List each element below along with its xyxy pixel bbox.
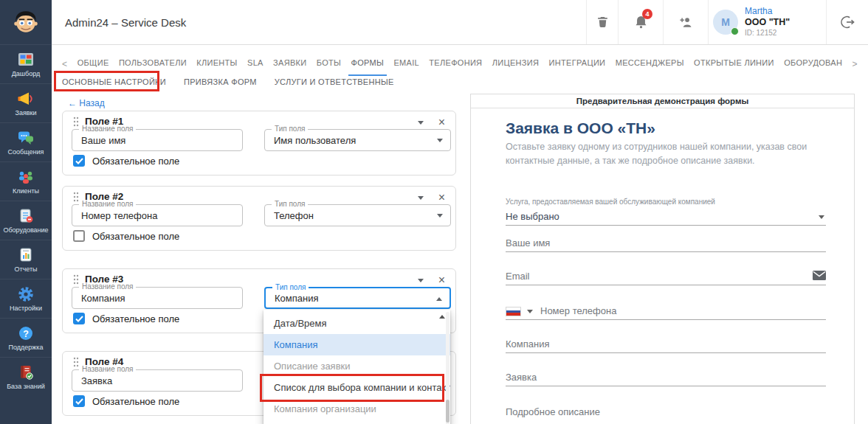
dropdown-option-company-selected[interactable]: Компания — [264, 334, 450, 355]
check-icon — [75, 316, 83, 322]
tab-tickets[interactable]: ЗАЯВКИ — [273, 58, 306, 70]
subtab-form-binding[interactable]: ПРИВЯЗКА ФОРМ — [184, 77, 257, 86]
preview-form-description: Оставьте заявку одному из сотрудников на… — [506, 140, 839, 169]
gear-icon — [17, 285, 35, 303]
select-caret-icon — [437, 139, 443, 142]
collapse-chevron-icon[interactable] — [418, 279, 424, 282]
dropdown-scrollbar-thumb[interactable] — [446, 400, 450, 423]
tab-sla[interactable]: SLA — [247, 58, 264, 70]
field-type-select-open[interactable]: Тип поля — [264, 287, 451, 309]
dropdown-option-request-description[interactable]: Описание заявки — [264, 355, 450, 377]
check-icon — [75, 398, 83, 405]
preview-email-field[interactable]: Email — [506, 265, 826, 285]
remove-field-button[interactable]: × — [438, 192, 445, 203]
preview-description-field[interactable]: Подробное описание — [506, 401, 826, 420]
tabs-next-chevron-icon[interactable]: > — [852, 59, 858, 69]
drag-handle-icon[interactable] — [73, 117, 79, 127]
help-icon: ? — [17, 324, 35, 342]
sidebar-item-support[interactable]: ? Поддержка — [0, 318, 52, 357]
required-checkbox-label: Обязательное поле — [92, 313, 179, 324]
sidebar-item-knowledge-base[interactable]: База знаний — [0, 357, 52, 396]
logout-button[interactable] — [826, 0, 868, 44]
tab-bots[interactable]: БОТЫ — [317, 58, 341, 70]
sidebar-item-settings[interactable]: Настройки — [0, 279, 52, 318]
tab-license[interactable]: ЛИЦЕНЗИЯ — [492, 58, 539, 70]
preview-name-field[interactable]: Ваше имя — [506, 232, 826, 252]
preview-request-field[interactable]: Заявка — [506, 366, 826, 386]
subtab-services-responsible[interactable]: УСЛУГИ И ОТВЕТСТВЕННЫЕ — [275, 77, 394, 86]
field-name-input[interactable] — [72, 131, 226, 150]
select-caret-icon — [437, 214, 443, 218]
equipment-icon — [17, 207, 35, 225]
profile-menu[interactable]: M Martha ООО "ТН" ID: 12152 — [708, 0, 826, 44]
field-type-select[interactable]: Тип поля — [264, 204, 451, 226]
tab-clients[interactable]: КЛИЕНТЫ — [196, 58, 237, 70]
check-icon — [75, 158, 83, 164]
sidebar-item-label: Оборудование — [3, 226, 48, 234]
required-checkbox[interactable] — [73, 313, 85, 324]
remove-field-button[interactable]: × — [438, 275, 445, 285]
tab-users[interactable]: ПОЛЬЗОВАТЕЛИ — [119, 58, 187, 70]
drag-handle-icon[interactable] — [73, 357, 79, 367]
required-checkbox[interactable] — [73, 155, 85, 167]
field-name-input-wrap: Название поля — [72, 369, 243, 392]
sidebar-item-dashboard[interactable]: Дашборд — [0, 44, 52, 83]
megaphone-icon — [17, 90, 35, 108]
drag-handle-icon[interactable] — [73, 192, 79, 202]
field-type-value — [265, 206, 431, 225]
required-checkbox[interactable] — [73, 395, 85, 407]
sidebar-item-equipment[interactable]: Оборудование — [0, 201, 52, 240]
admin24-service-desk-app: { "colors": { "accent_blue": "#1e88e5", … — [0, 0, 868, 424]
field-panel-2: Поле #2 × Название поля Тип поля Обязате… — [62, 186, 456, 251]
tab-forms[interactable]: ФОРМЫ — [351, 58, 385, 70]
sidebar-item-messages[interactable]: Сообщения — [0, 122, 52, 161]
dashboard-icon — [17, 51, 35, 69]
report-icon — [17, 246, 35, 264]
russia-flag-icon[interactable] — [506, 307, 521, 316]
country-select-caret-icon[interactable] — [527, 310, 533, 313]
back-link[interactable]: ← Назад — [68, 98, 105, 108]
app-logo-avatar[interactable] — [0, 0, 52, 44]
user-id: ID: 12152 — [745, 29, 790, 38]
app-title: Admin24 – Service Desk — [65, 16, 186, 29]
tab-equipment[interactable]: ОБОРУДОВАН — [784, 58, 842, 70]
add-user-button[interactable] — [663, 0, 708, 44]
required-checkbox[interactable] — [73, 230, 85, 242]
tab-telephony[interactable]: ТЕЛЕФОНИЯ — [429, 58, 482, 70]
field-name-input-wrap: Название поля — [72, 287, 243, 309]
field-name-input[interactable] — [72, 371, 226, 390]
field-name-input[interactable] — [72, 288, 226, 307]
tab-open-lines[interactable]: ОТКРЫТЫЕ ЛИНИИ — [694, 58, 774, 70]
required-checkbox-label: Обязательное поле — [92, 156, 179, 167]
tab-integrations[interactable]: ИНТЕГРАЦИИ — [549, 58, 606, 70]
preview-description-placeholder: Подробное описание — [506, 406, 600, 417]
sidebar-item-clients[interactable]: Клиенты — [0, 161, 52, 201]
preview-service-label: Услуга, предоставляемая вашей обслуживаю… — [506, 198, 715, 206]
dropdown-option-company-contact-list[interactable]: Список для выбора компании и контакта — [264, 377, 450, 398]
preview-phone-field[interactable]: Номер телефона — [506, 300, 826, 320]
book-icon — [17, 364, 35, 381]
trash-button[interactable] — [586, 0, 618, 44]
preview-service-select[interactable]: Не выбрано — [506, 206, 826, 226]
subtab-main-settings[interactable]: ОСНОВНЫЕ НАСТРОЙКИ — [62, 77, 166, 86]
dropdown-option-organization-company[interactable]: Компания организации — [264, 398, 450, 420]
dropdown-option-datetime[interactable]: Дата/Время — [264, 313, 450, 334]
tabs-prev-chevron-icon[interactable]: < — [62, 59, 67, 69]
preview-company-field[interactable]: Компания — [506, 333, 826, 353]
user-name: Martha — [745, 6, 790, 17]
collapse-chevron-icon[interactable] — [418, 196, 424, 200]
collapse-chevron-icon[interactable] — [418, 121, 424, 125]
required-checkbox-label: Обязательное поле — [92, 231, 179, 242]
sidebar-item-reports[interactable]: Отчеты — [0, 240, 52, 279]
tab-email[interactable]: EMAIL — [393, 58, 419, 70]
remove-field-button[interactable]: × — [438, 117, 445, 128]
sidebar-item-label: Дашборд — [12, 70, 41, 77]
sidebar-item-tickets[interactable]: Заявки — [0, 83, 52, 122]
drag-handle-icon[interactable] — [73, 274, 79, 285]
field-name-input[interactable] — [72, 206, 226, 225]
tab-common[interactable]: ОБЩИЕ — [78, 58, 109, 70]
chat-icon — [17, 129, 35, 147]
tab-messengers[interactable]: МЕССЕНДЖЕРЫ — [616, 58, 684, 70]
notifications-button[interactable]: 4 — [618, 0, 663, 44]
field-type-select[interactable]: Тип поля — [264, 129, 451, 151]
